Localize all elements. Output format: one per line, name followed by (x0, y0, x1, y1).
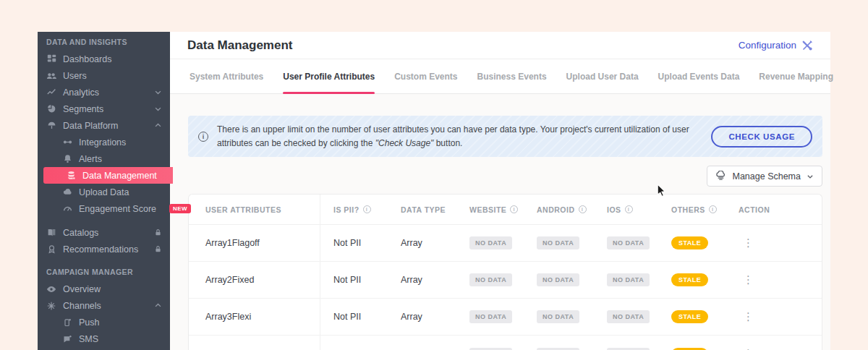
chevron-down-icon (154, 105, 163, 114)
status-badge: NO DATA (607, 273, 650, 286)
info-icon[interactable]: i (579, 205, 587, 213)
table-row: Array2Fixed Not PII Array NO DATA NO DAT… (189, 262, 822, 299)
info-icon[interactable]: i (363, 205, 371, 213)
manage-schema-button[interactable]: Manage Schema (707, 166, 822, 187)
status-badge: NO DATA (607, 236, 650, 249)
sidebar-item-label: Recommendations (63, 244, 138, 255)
chevron-down-icon (154, 88, 163, 97)
sidebar-item-label: Upload Data (79, 187, 129, 197)
sidebar-item-label: Channels (63, 301, 101, 311)
status-badge: STALE (671, 273, 708, 286)
is-pii-value: Not PII (320, 238, 388, 248)
page-title: Data Management (187, 38, 292, 53)
sidebar-item-users[interactable]: Users (38, 67, 170, 84)
usage-limit-banner: i There is an upper limit on the number … (188, 116, 822, 157)
col-action: ACTION (726, 205, 822, 214)
col-data-type: DATA TYPE (388, 205, 456, 214)
bell-icon (62, 154, 72, 164)
sidebar-section-data-and-insights: DATA AND INSIGHTS (38, 32, 170, 51)
database-icon (66, 171, 76, 181)
content-area: i There is an upper limit on the number … (170, 94, 830, 350)
row-actions-menu[interactable]: ⋮ (739, 272, 758, 289)
sidebar-item-channels[interactable]: Channels (38, 297, 170, 314)
col-is-pii: IS PII?i (320, 205, 388, 214)
check-usage-button[interactable]: CHECK USAGE (711, 126, 812, 148)
toolbar-row: Manage Schema (188, 166, 822, 187)
title-bar: Data Management Configuration (170, 32, 830, 59)
main-panel: Data Management Configuration System Att… (170, 32, 830, 350)
sidebar-item-catalogs[interactable]: Catalogs (38, 224, 170, 241)
sidebar-item-label: Engagement Score (79, 204, 156, 214)
gauge-icon (62, 204, 72, 214)
row-actions-menu[interactable]: ⋮ (739, 235, 758, 252)
sidebar-item-segments[interactable]: Segments (38, 101, 170, 117)
sidebar-item-overview[interactable]: Overview (38, 281, 170, 297)
info-icon[interactable]: i (510, 205, 518, 213)
banner-text-emphasis: "Check Usage" (375, 138, 434, 148)
sidebar-item-integrations[interactable]: Integrations (38, 134, 170, 150)
medal-icon (46, 244, 56, 255)
eye-icon (46, 284, 56, 294)
sidebar-item-label: Data Platform (63, 121, 118, 131)
sidebar-item-dashboards[interactable]: Dashboards (38, 51, 170, 67)
row-actions-menu[interactable]: ⋮ (739, 309, 758, 325)
col-user-attributes: USER ATTRIBUTES (189, 195, 320, 224)
status-badge: NO DATA (469, 273, 512, 286)
sidebar-item-push[interactable]: Push (38, 314, 170, 330)
segments-pie-icon (46, 104, 56, 114)
table-row: Boolean1Flagoff Not PII Boolean NO DATA … (189, 336, 822, 350)
sidebar: DATA AND INSIGHTS Dashboards Users Analy… (38, 32, 170, 350)
tab-custom-events[interactable]: Custom Events (394, 59, 457, 93)
sidebar-item-data-management[interactable]: Data Management (43, 167, 173, 184)
chevron-up-icon (154, 302, 163, 310)
table-row: Array3Flexi Not PII Array NO DATA NO DAT… (189, 299, 822, 336)
data-type-value: Array (388, 238, 456, 248)
info-icon[interactable]: i (709, 205, 717, 213)
info-icon[interactable]: i (625, 205, 633, 213)
new-badge: NEW (169, 204, 191, 213)
sidebar-item-recommendations[interactable]: Recommendations (38, 241, 170, 257)
banner-text-end: button. (433, 138, 462, 148)
table-row: Array1Flagoff Not PII Array NO DATA NO D… (189, 225, 822, 262)
attribute-name: Array3Flexi (189, 299, 320, 335)
status-badge: NO DATA (607, 310, 650, 323)
users-icon (46, 71, 56, 81)
tab-revenue-mapping[interactable]: Revenue Mapping (759, 59, 833, 93)
status-badge: NO DATA (537, 273, 579, 286)
sidebar-item-analytics[interactable]: Analytics (38, 84, 170, 101)
tab-user-profile-attributes[interactable]: User Profile Attributes (283, 59, 375, 93)
cloud-upload-icon (62, 187, 72, 197)
col-android: ANDROIDi (524, 205, 594, 214)
user-attributes-table: USER ATTRIBUTES IS PII?i DATA TYPE WEBSI… (188, 194, 822, 350)
sidebar-item-alerts[interactable]: Alerts (38, 150, 170, 167)
is-pii-value: Not PII (320, 275, 388, 285)
sidebar-item-label: Data Management (82, 171, 157, 181)
status-badge: NO DATA (537, 236, 579, 249)
sidebar-item-label: Catalogs (63, 228, 98, 238)
sidebar-item-data-platform[interactable]: Data Platform (38, 117, 170, 134)
sidebar-item-label: Dashboards (63, 54, 111, 64)
col-website: WEBSITEi (456, 205, 524, 214)
push-phone-icon (62, 317, 72, 328)
row-actions-menu[interactable]: ⋮ (739, 346, 758, 350)
col-ios: IOSi (594, 205, 658, 214)
dashboard-grid-icon (46, 54, 56, 64)
sidebar-item-upload-data[interactable]: Upload Data (38, 184, 170, 200)
integrations-icon (62, 137, 72, 148)
sidebar-item-label: SMS (79, 334, 98, 344)
tab-business-events[interactable]: Business Events (477, 59, 547, 93)
attribute-name: Boolean1Flagoff (189, 336, 320, 350)
tab-upload-user-data[interactable]: Upload User Data (566, 59, 639, 93)
status-badge: NO DATA (537, 310, 579, 323)
configuration-label: Configuration (739, 40, 796, 51)
schema-cloud-icon (715, 171, 726, 182)
sidebar-item-label: Push (79, 317, 100, 328)
sidebar-item-label: Segments (63, 104, 103, 114)
tab-upload-events-data[interactable]: Upload Events Data (658, 59, 740, 93)
sidebar-item-engagement-score[interactable]: Engagement Score NEW (38, 200, 170, 217)
sidebar-item-sms[interactable]: SMS (38, 330, 170, 347)
sidebar-item-label: Analytics (63, 88, 99, 98)
configuration-link[interactable]: Configuration (739, 40, 813, 51)
banner-text: There is an upper limit on the number of… (217, 123, 702, 150)
tab-system-attributes[interactable]: System Attributes (190, 59, 263, 93)
